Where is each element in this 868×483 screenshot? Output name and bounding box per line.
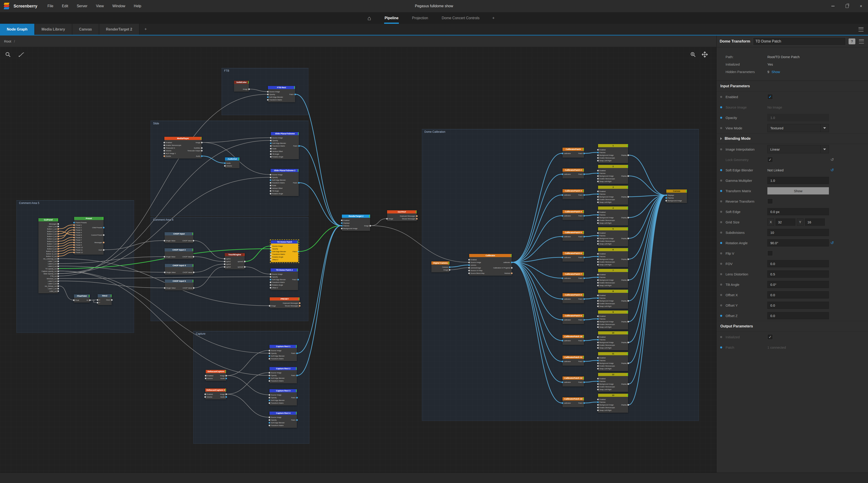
input-port-patches[interactable]: Patches: [597, 276, 606, 279]
output-port-patch[interactable]: Patch: [578, 152, 585, 155]
input-port-patches[interactable]: Patches: [597, 151, 606, 154]
checkbox-initialized[interactable]: ✓: [767, 334, 773, 340]
output-port-display[interactable]: Display: [621, 320, 629, 323]
input-port-swap-left-right[interactable]: Swap Left-Right: [597, 159, 611, 162]
input-port-enable-stereoscopic[interactable]: Enable Stereoscopic: [597, 198, 615, 201]
field-fov[interactable]: 0.0: [767, 260, 829, 267]
output-port-mouse-messages[interactable]: Mouse Messages: [285, 304, 301, 307]
input-port-source-image[interactable]: Source Image: [269, 416, 281, 419]
input-port-background-image[interactable]: Background Image: [597, 175, 614, 177]
node-3[interactable]: 3EnabledPatchesBackground ImageEnable St…: [598, 186, 628, 205]
comment-area-ftb[interactable]: FTB: [222, 68, 308, 115]
node-digital-camera[interactable]: Digital CameraCameraImage: [431, 262, 450, 272]
input-port-calibrator[interactable]: calibrator: [562, 401, 571, 404]
breadcrumb-root[interactable]: Root: [4, 39, 11, 43]
input-port-source-uv-map[interactable]: Source UV Map: [468, 269, 483, 272]
input-port-transform-matrix[interactable]: Transform Matrix: [270, 145, 285, 147]
input-port-swap-left-right[interactable]: Swap Left-Right: [597, 201, 611, 204]
field-opacity[interactable]: 1.0: [767, 114, 829, 121]
view-tab-node-graph[interactable]: Node Graph: [0, 24, 35, 35]
node-guipanel[interactable]: GuiPanelMessagesLabel 3_outButton 1_outB…: [38, 218, 58, 293]
input-port-enable-stereoscopic[interactable]: Enable Stereoscopic: [597, 406, 615, 409]
input-port-source-image[interactable]: Source Image: [267, 90, 280, 93]
input-port-calibrator[interactable]: calibrator: [562, 339, 571, 342]
input-port-calibrator[interactable]: calibrator: [562, 277, 571, 279]
select-view-mode[interactable]: Textured: [767, 124, 829, 132]
node-calibratorpatch-11[interactable]: CalibratorPatch 11calibratorPatch: [562, 356, 584, 366]
comment-icon[interactable]: ?: [848, 38, 855, 44]
input-port-transform-matrix[interactable]: Transform Matrix: [269, 424, 283, 427]
output-port-patch[interactable]: Patch: [578, 319, 585, 321]
output-port-image[interactable]: Image: [195, 141, 203, 144]
add-view-button[interactable]: +: [140, 24, 152, 35]
field-subdivisions[interactable]: 10: [767, 229, 829, 236]
node-8[interactable]: 8EnabledPatchesBackground ImageEnable St…: [598, 290, 628, 309]
input-port-transform-matrix[interactable]: Transform Matrix: [269, 380, 283, 382]
input-port-offset-z[interactable]: Offset Z: [270, 286, 278, 289]
output-port-patch[interactable]: Patch: [578, 193, 585, 196]
output-port-calibrator[interactable]: calibrator: [503, 261, 513, 264]
node-td-dome-patch-2[interactable]: TD Dome Patch 2Source ImageOpacitySoft E…: [271, 268, 298, 290]
node-audioout[interactable]: AudioOutAudioVolume: [225, 157, 240, 168]
input-port-aux-image-1[interactable]: AUX Image 1: [163, 152, 176, 155]
input-port-offset-z[interactable]: Offset Z: [270, 258, 278, 261]
input-port-soft-edge-blender[interactable]: Soft Edge Blender: [270, 179, 286, 181]
input-port-volume[interactable]: Volume: [205, 395, 212, 398]
node-10[interactable]: 10EnabledPatchesBackground ImageEnable S…: [598, 331, 628, 350]
node-name-input[interactable]: [753, 37, 846, 46]
input-port-source-image[interactable]: Source Image: [269, 349, 281, 352]
output-port-child-presets[interactable]: Child Presets: [92, 226, 104, 229]
input-port-enable-stereoscopic[interactable]: Enable Stereoscopic: [597, 323, 615, 326]
input-port-source-image[interactable]: Source Image: [269, 393, 281, 396]
input-port-audio[interactable]: Audio: [224, 162, 230, 164]
input-port-tilt-angle[interactable]: Tilt Angle: [270, 153, 279, 155]
node-calibratorpatch-12[interactable]: CalibratorPatch 12calibratorPatch: [562, 376, 584, 387]
input-port-calibrator[interactable]: calibrator: [562, 298, 571, 300]
input-port-swap-left-right[interactable]: Swap Left-Right: [597, 221, 611, 224]
input-port-background-image[interactable]: Background Image: [597, 195, 614, 198]
input-port-enabled[interactable]: Enabled: [597, 377, 606, 380]
input-port-soft-edge-blender[interactable]: Soft Edge Blender: [269, 355, 285, 357]
input-port-enabled[interactable]: Enabled: [597, 169, 606, 172]
node-solidcolor[interactable]: SolidColorImage: [234, 81, 249, 92]
input-port-opacity[interactable]: Opacity: [270, 176, 278, 179]
output-port-display[interactable]: Display: [621, 154, 629, 156]
input-port-rotation-angle[interactable]: Rotation Angle: [270, 255, 283, 258]
input-port-image[interactable]: Image: [386, 217, 393, 220]
output-port-patch[interactable]: Patch: [578, 401, 585, 404]
tab-projection[interactable]: Projection: [405, 12, 435, 24]
menu-view[interactable]: View: [92, 0, 108, 12]
node-calibrator[interactable]: CalibratorEnabledSource Imagecameracamer…: [469, 254, 512, 276]
input-port-enable-stereoscopic[interactable]: Enable Stereoscopic: [597, 156, 615, 159]
output-port-mouse-messages[interactable]: Mouse Messages: [402, 217, 417, 220]
zoom-fit-icon[interactable]: [689, 51, 697, 58]
input-port-background-image[interactable]: Background Image: [597, 383, 614, 385]
reset-icon[interactable]: ↺: [831, 158, 834, 162]
input-port-op-in3[interactable]: op/in3: [224, 263, 230, 266]
node-calibratorpatch-2[interactable]: CalibratorPatch 2calibratorPatch: [562, 169, 584, 178]
input-port-transform-matrix[interactable]: Transform Matrix: [269, 357, 283, 360]
field-grid-y[interactable]: 16: [805, 218, 825, 226]
input-port-soft-edge-blender[interactable]: Soft Edge Blender: [269, 421, 285, 424]
input-port-enabled[interactable]: Enabled: [597, 252, 606, 255]
reset-icon[interactable]: ↺: [831, 168, 834, 172]
input-port-swap-left-right[interactable]: Swap Left-Right: [597, 388, 611, 391]
node-capture-rect-4[interactable]: Capture Rect 4Source ImageOpacitySoft Ed…: [270, 412, 297, 428]
output-port-image[interactable]: Image: [443, 268, 451, 271]
input-port-background-image[interactable]: Background Image: [597, 258, 614, 261]
output-port-camera[interactable]: Camera: [442, 266, 451, 268]
input-port-opacity[interactable]: Opacity: [269, 396, 277, 399]
input-port-enabled[interactable]: Enabled: [205, 374, 213, 377]
output-port-display[interactable]: Display: [621, 195, 629, 198]
pan-icon[interactable]: [701, 51, 709, 58]
output-port-display[interactable]: Display: [621, 216, 629, 219]
input-port-volume[interactable]: Volume: [163, 149, 172, 152]
input-port-single-value[interactable]: Single Value: [164, 255, 176, 258]
view-tab-rendertarget-2[interactable]: RenderTarget 2: [99, 24, 140, 35]
input-port-opacity[interactable]: Opacity: [270, 139, 278, 142]
node-calibratorpatch-13[interactable]: CalibratorPatch 13calibratorPatch: [562, 397, 584, 407]
input-port-calibrator[interactable]: calibrator: [562, 193, 571, 196]
input-port-patches[interactable]: Patches: [597, 172, 606, 175]
input-port-background-image[interactable]: Background Image: [597, 237, 614, 240]
input-port-swap-left-right[interactable]: Swap Left-Right: [597, 409, 611, 412]
